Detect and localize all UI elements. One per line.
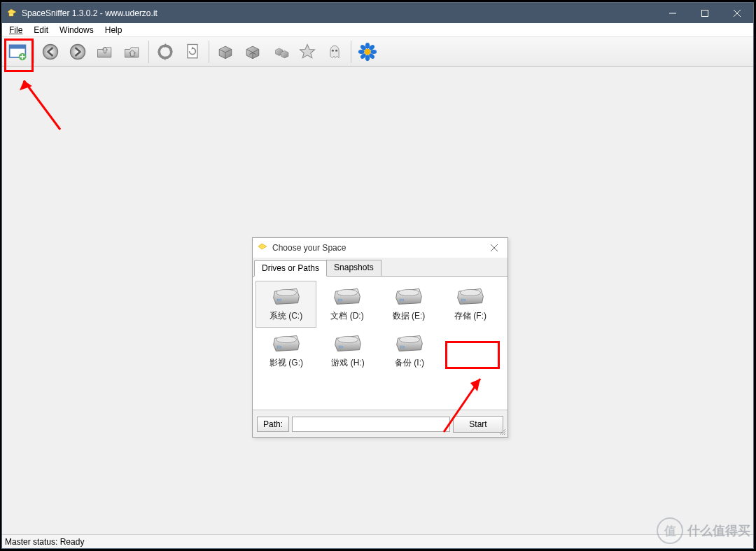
minimize-button[interactable] xyxy=(657,3,689,23)
svg-point-10 xyxy=(43,44,58,59)
svg-point-18 xyxy=(358,49,365,53)
dialog-titlebar: Choose your Space xyxy=(253,238,507,258)
statusbar: Master status: Ready xyxy=(2,534,753,548)
harddrive-icon xyxy=(271,285,302,307)
dialog-title: Choose your Space xyxy=(272,243,346,253)
svg-point-17 xyxy=(365,55,370,61)
toolbar-new-scan[interactable] xyxy=(5,39,30,64)
watermark-text: 什么值得买 xyxy=(687,522,750,539)
dialog-bottom-row: Path: Start xyxy=(253,410,507,437)
tab-snapshots[interactable]: Snapshots xyxy=(326,260,382,276)
svg-point-24 xyxy=(365,49,370,55)
drive-item[interactable]: 文档 (D:) xyxy=(316,281,378,328)
svg-rect-32 xyxy=(400,299,404,301)
svg-rect-2 xyxy=(702,10,708,16)
toolbar xyxy=(2,37,753,67)
app-window: SpaceSniffer 1.3.0.2 - www.uderzo.it Fil… xyxy=(1,2,754,549)
toolbar-back[interactable] xyxy=(38,39,63,64)
svg-rect-36 xyxy=(277,346,281,348)
svg-rect-30 xyxy=(338,299,342,301)
svg-point-31 xyxy=(398,289,419,295)
toolbar-separator xyxy=(34,41,34,63)
dialog-tabs: Drives or Paths Snapshots xyxy=(253,258,507,277)
toolbar-less-detail[interactable] xyxy=(213,39,238,64)
close-button[interactable] xyxy=(721,3,753,23)
svg-point-33 xyxy=(460,289,480,295)
drive-label: 影视 (G:) xyxy=(270,357,303,369)
drive-label: 游戏 (H:) xyxy=(331,357,364,369)
resize-grip-icon[interactable] xyxy=(498,427,506,435)
drive-item[interactable]: 存储 (F:) xyxy=(440,281,501,328)
drive-label: 备份 (I:) xyxy=(395,357,424,369)
svg-rect-38 xyxy=(339,346,343,348)
svg-point-11 xyxy=(71,44,85,59)
tab-drives[interactable]: Drives or Paths xyxy=(254,260,327,277)
svg-rect-6 xyxy=(10,45,26,48)
menu-windows[interactable]: Windows xyxy=(54,25,99,36)
toolbar-refresh[interactable] xyxy=(153,39,178,64)
workspace: Choose your Space Drives or Paths Snapsh… xyxy=(2,67,753,534)
svg-point-27 xyxy=(276,289,296,295)
menu-edit[interactable]: Edit xyxy=(28,25,54,36)
menubar: File Edit Windows Help xyxy=(2,23,753,37)
svg-line-43 xyxy=(504,433,505,435)
choose-space-dialog: Choose your Space Drives or Paths Snapsh… xyxy=(252,237,508,438)
harddrive-icon xyxy=(271,332,302,354)
dialog-app-icon xyxy=(257,242,268,253)
drive-item[interactable]: 影视 (G:) xyxy=(255,328,317,375)
app-title: SpaceSniffer 1.3.0.2 - www.uderzo.it xyxy=(22,8,158,18)
menu-file[interactable]: File xyxy=(4,25,28,36)
harddrive-icon xyxy=(455,285,486,307)
svg-point-14 xyxy=(335,49,337,51)
harddrive-icon xyxy=(332,332,363,354)
toolbar-separator xyxy=(351,41,351,63)
svg-point-35 xyxy=(276,336,296,342)
drive-item[interactable]: 系统 (C:) xyxy=(255,281,316,328)
toolbar-more-detail[interactable] xyxy=(240,39,265,64)
toolbar-separator xyxy=(148,41,149,63)
svg-point-37 xyxy=(337,336,358,342)
drive-label: 系统 (C:) xyxy=(270,310,302,322)
toolbar-home[interactable] xyxy=(120,39,145,64)
svg-point-16 xyxy=(365,42,370,48)
titlebar: SpaceSniffer 1.3.0.2 - www.uderzo.it xyxy=(2,3,753,23)
watermark-badge: 值 xyxy=(657,517,683,544)
dialog-close-button[interactable] xyxy=(485,239,503,257)
svg-rect-28 xyxy=(277,299,281,301)
svg-point-19 xyxy=(370,49,377,53)
drive-label: 存储 (F:) xyxy=(454,310,486,322)
path-input[interactable] xyxy=(292,417,450,432)
svg-rect-0 xyxy=(9,13,13,16)
drive-item[interactable]: 备份 (I:) xyxy=(379,328,440,375)
svg-point-29 xyxy=(337,289,357,295)
drive-label: 文档 (D:) xyxy=(330,310,363,322)
toolbar-separator xyxy=(209,41,209,63)
path-label: Path: xyxy=(257,417,289,432)
toolbar-tag[interactable] xyxy=(295,39,320,64)
svg-rect-40 xyxy=(400,346,405,348)
toolbar-blocks[interactable] xyxy=(267,39,293,64)
toolbar-ghost[interactable] xyxy=(322,39,347,64)
svg-point-39 xyxy=(399,336,419,342)
svg-rect-34 xyxy=(461,299,465,301)
toolbar-up[interactable] xyxy=(92,39,118,64)
harddrive-icon xyxy=(393,285,424,307)
harddrive-icon xyxy=(332,285,363,307)
svg-point-13 xyxy=(332,49,334,51)
menu-help[interactable]: Help xyxy=(99,25,128,36)
drives-pane: 系统 (C:)文档 (D:)数据 (E:)存储 (F:)影视 (G:)游戏 (H… xyxy=(253,277,507,410)
drive-label: 数据 (E:) xyxy=(393,310,426,322)
harddrive-icon xyxy=(394,332,425,354)
watermark: 值 什么值得买 xyxy=(657,517,750,544)
drive-item[interactable]: 游戏 (H:) xyxy=(317,328,379,375)
toolbar-reload[interactable] xyxy=(180,39,205,64)
app-icon xyxy=(6,8,18,19)
start-button[interactable]: Start xyxy=(453,416,503,433)
toolbar-about[interactable] xyxy=(355,39,380,64)
maximize-button[interactable] xyxy=(689,3,721,23)
toolbar-forward[interactable] xyxy=(65,39,90,64)
status-text: Master status: Ready xyxy=(5,537,84,547)
drive-item[interactable]: 数据 (E:) xyxy=(378,281,440,328)
